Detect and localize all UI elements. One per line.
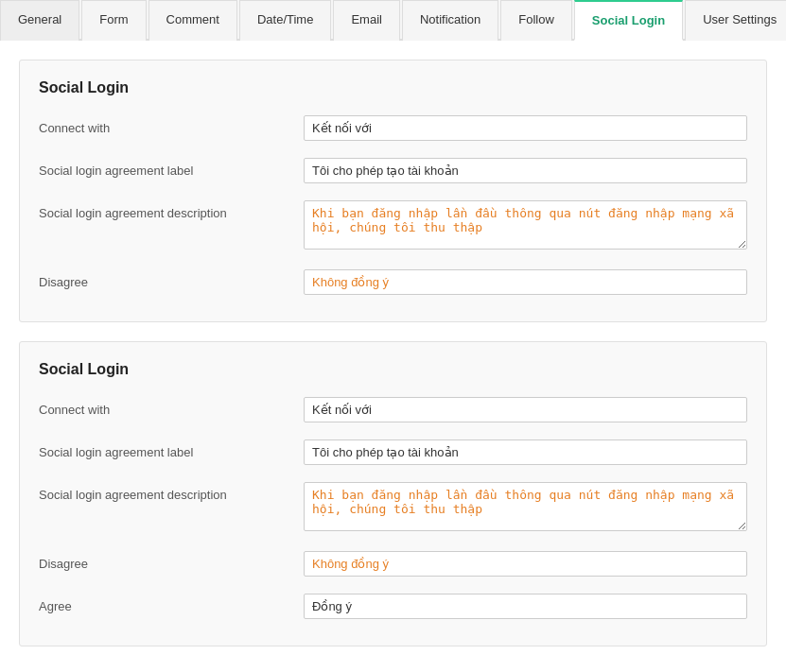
input-agree-2[interactable] bbox=[304, 594, 747, 619]
field-input-wrap-connect-with-1 bbox=[304, 115, 747, 141]
field-input-wrap-agree-2 bbox=[304, 594, 747, 619]
input-agreement-label-2[interactable] bbox=[304, 439, 747, 465]
tab-user-settings[interactable]: User Settings bbox=[685, 0, 786, 41]
field-row-connect-with-2: Connect with bbox=[39, 397, 747, 422]
textarea-agreement-desc-2[interactable]: Khi bạn đăng nhập lần đầu thông qua nút … bbox=[304, 482, 747, 531]
field-label-connect-with-2: Connect with bbox=[39, 397, 304, 417]
field-row-agreement-label-2: Social login agreement label bbox=[39, 439, 747, 465]
tab-email[interactable]: Email bbox=[333, 0, 400, 41]
field-row-agreement-desc-2: Social login agreement descriptionKhi bạ… bbox=[39, 482, 747, 534]
field-label-agreement-label-2: Social login agreement label bbox=[39, 439, 304, 459]
section-section1: Social LoginConnect withSocial login agr… bbox=[19, 60, 767, 322]
field-row-agreement-desc-1: Social login agreement descriptionKhi bạ… bbox=[39, 200, 747, 252]
tab-bar: GeneralFormCommentDate/TimeEmailNotifica… bbox=[0, 0, 786, 41]
field-label-agree-2: Agree bbox=[39, 594, 304, 613]
field-row-disagree-1: Disagree bbox=[39, 269, 747, 295]
tab-form[interactable]: Form bbox=[81, 0, 146, 41]
field-input-wrap-agreement-label-1 bbox=[304, 158, 747, 183]
tab-follow[interactable]: Follow bbox=[500, 0, 572, 41]
field-input-wrap-disagree-2 bbox=[304, 551, 747, 577]
input-disagree-1[interactable] bbox=[304, 269, 747, 295]
section-title-section2: Social Login bbox=[39, 361, 747, 378]
section-title-section1: Social Login bbox=[39, 79, 747, 96]
field-row-agree-2: Agree bbox=[39, 594, 747, 619]
field-row-disagree-2: Disagree bbox=[39, 551, 747, 577]
section-section2: Social LoginConnect withSocial login agr… bbox=[19, 341, 767, 646]
input-connect-with-2[interactable] bbox=[304, 397, 747, 422]
field-label-agreement-desc-2: Social login agreement description bbox=[39, 482, 304, 502]
tab-social-login[interactable]: Social Login bbox=[574, 0, 683, 41]
tab-notification[interactable]: Notification bbox=[402, 0, 498, 41]
field-input-wrap-agreement-desc-1: Khi bạn đăng nhập lần đầu thông qua nút … bbox=[304, 200, 747, 252]
field-input-wrap-connect-with-2 bbox=[304, 397, 747, 422]
tab-general[interactable]: General bbox=[0, 0, 79, 41]
main-content: Social LoginConnect withSocial login agr… bbox=[0, 41, 786, 672]
field-input-wrap-agreement-label-2 bbox=[304, 439, 747, 465]
input-agreement-label-1[interactable] bbox=[304, 158, 747, 183]
input-disagree-2[interactable] bbox=[304, 551, 747, 577]
field-label-agreement-desc-1: Social login agreement description bbox=[39, 200, 304, 220]
field-input-wrap-disagree-1 bbox=[304, 269, 747, 295]
textarea-agreement-desc-1[interactable]: Khi bạn đăng nhập lần đầu thông qua nút … bbox=[304, 200, 747, 250]
field-input-wrap-agreement-desc-2: Khi bạn đăng nhập lần đầu thông qua nút … bbox=[304, 482, 747, 534]
field-label-disagree-1: Disagree bbox=[39, 269, 304, 289]
field-row-connect-with-1: Connect with bbox=[39, 115, 747, 141]
field-row-agreement-label-1: Social login agreement label bbox=[39, 158, 747, 183]
field-label-disagree-2: Disagree bbox=[39, 551, 304, 571]
field-label-agreement-label-1: Social login agreement label bbox=[39, 158, 304, 178]
tab-datetime[interactable]: Date/Time bbox=[239, 0, 331, 41]
tab-comment[interactable]: Comment bbox=[148, 0, 237, 41]
input-connect-with-1[interactable] bbox=[304, 115, 747, 141]
field-label-connect-with-1: Connect with bbox=[39, 115, 304, 135]
